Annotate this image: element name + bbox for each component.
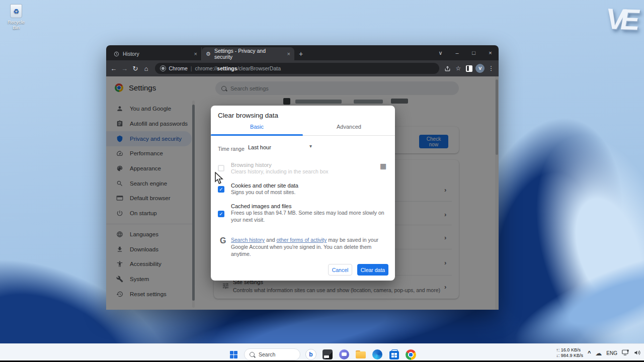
search-engine-label: Chrome [169,65,188,71]
recycle-bin-label: Recycle Bin [4,19,28,30]
item-label: Cookies and other site data [231,183,382,189]
maximize-button[interactable]: □ [465,45,482,60]
time-range-value: Last hour [248,144,271,150]
forward-button[interactable]: → [120,63,129,74]
taskbar-search[interactable]: Search [244,348,300,360]
bookmark-star-icon[interactable]: ☆ [454,63,463,74]
tab-search-chevron-icon[interactable]: ∨ [432,45,449,60]
browser-window: History × ⚙ Settings - Privacy and secur… [106,45,499,310]
item-label: Cached images and files [231,203,388,209]
search-icon [250,352,255,357]
cancel-button[interactable]: Cancel [328,264,352,276]
table-icon: ▦ [380,162,386,170]
search-history-link[interactable]: Search history [231,237,265,243]
bing-icon[interactable]: b [305,348,317,360]
address-bar[interactable]: Chrome | chrome://settings/clearBrowserD… [155,63,439,74]
item-desc: Frees up less than 94.7 MB. Some sites m… [231,209,388,223]
page-url: chrome://settings/clearBrowserData [195,65,281,71]
watermark: VE [603,2,638,36]
tab-history[interactable]: History × [110,47,202,60]
chrome-icon[interactable] [405,348,417,360]
chat-icon[interactable] [338,348,350,360]
tab-close-icon[interactable]: × [287,51,290,57]
time-range-select[interactable]: Last hour [248,144,318,150]
volume-icon[interactable] [634,349,641,357]
recycle-bin-shortcut[interactable]: ♻ Recycle Bin [4,4,28,30]
recycle-bin-icon: ♻ [10,4,22,18]
item-browsing-history: Browsing history Clears history, includi… [231,162,377,175]
gear-icon: ⚙ [206,51,211,57]
terminal-icon[interactable] [321,348,334,360]
close-window-button[interactable]: × [482,45,499,60]
time-range-label: Time range [218,145,245,152]
kebab-menu-icon[interactable]: ⋮ [487,63,496,74]
tray-expand-chevron-icon[interactable]: ^ [588,350,591,356]
google-g-icon: G [220,236,226,245]
tab-title: Settings - Privacy and security [214,48,284,60]
window-titlebar[interactable]: History × ⚙ Settings - Privacy and secur… [106,45,499,60]
language-indicator[interactable]: ENG [606,350,617,356]
item-cookies: Cookies and other site data Signs you ou… [231,183,382,196]
checkbox-cookies[interactable]: ✓ [218,186,224,193]
onedrive-cloud-icon[interactable]: ☁ [595,349,602,357]
tab-advanced[interactable]: Advanced [303,124,395,130]
network-speed: ↑: 16.0 KB/s ↓: 984.9 KB/s [556,347,583,358]
home-button[interactable]: ⌂ [142,63,151,74]
item-label: Browsing history [231,162,377,168]
file-explorer-icon[interactable] [355,348,367,360]
item-cached: Cached images and files Frees up less th… [231,203,388,223]
network-display-icon[interactable] [622,349,629,357]
window-controls: ∨ – □ × [432,45,499,60]
item-desc: Signs you out of most sites. [231,189,382,196]
check-icon: ✓ [219,211,223,217]
minimize-button[interactable]: – [449,45,465,60]
tab-settings[interactable]: ⚙ Settings - Privacy and security × [202,47,294,60]
reload-button[interactable]: ↻ [131,63,140,74]
checkbox-browsing-history[interactable] [218,165,224,171]
settings-page: Settings Search settings You and Google … [106,76,499,310]
tab-close-icon[interactable]: × [194,51,197,57]
share-icon[interactable] [443,63,452,74]
edge-icon[interactable] [371,348,383,360]
store-icon[interactable] [388,348,400,360]
new-tab-button[interactable]: + [294,47,307,60]
clear-browsing-data-dialog: Clear browsing data Basic Advanced Time … [211,106,395,281]
checkbox-cached[interactable]: ✓ [218,211,224,217]
item-desc: Clears history, including in the search … [231,168,377,175]
google-note: Search history and other forms of activi… [231,236,383,257]
taskbar: Search b ↑: 16.0 KB/s ↓: 984.9 KB/s ^ [0,343,644,362]
tab-basic[interactable]: Basic [211,124,303,130]
check-icon: ✓ [219,187,223,192]
side-panel-icon[interactable] [465,63,474,74]
site-info-icon[interactable] [160,65,166,71]
active-tab-indicator [211,134,303,136]
history-clock-icon [114,51,119,57]
taskbar-search-label: Search [259,351,275,357]
tab-title: History [123,51,139,57]
clear-data-button[interactable]: Clear data [357,264,388,276]
omnibox-separator: | [191,65,192,71]
dialog-title: Clear browsing data [218,112,278,119]
dropdown-caret-icon[interactable]: ▾ [309,143,312,149]
other-activity-link[interactable]: other forms of activity [276,237,327,243]
profile-avatar[interactable]: V [475,63,485,74]
browser-toolbar: ← → ↻ ⌂ Chrome | chrome://settings/clear… [106,60,499,76]
mouse-cursor [213,172,224,185]
start-button[interactable] [227,348,239,360]
back-button[interactable]: ← [109,63,118,74]
